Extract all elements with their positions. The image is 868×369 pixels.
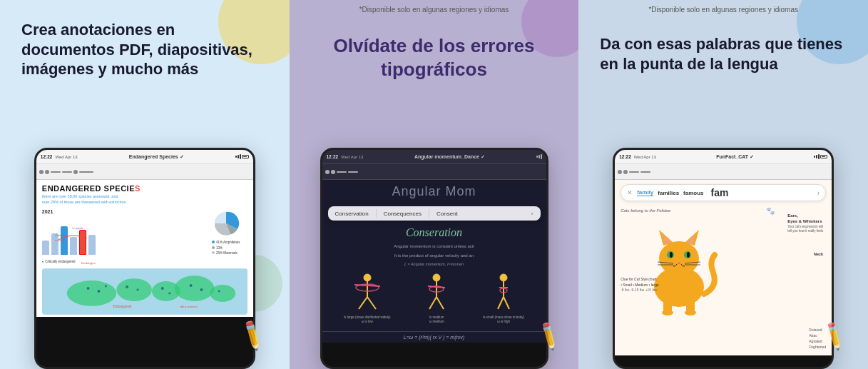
device-3: 12:22 Wed Apr 13 FunFact_CAT ✓ [613, 148, 834, 369]
signal-bar-6 [541, 154, 542, 159]
screen-1-content: ENDANGERED SPECIES there are over 38,00 … [36, 180, 253, 317]
date-3: Wed Apr 13 [634, 155, 656, 159]
autocorrect-word-3[interactable]: Consent [436, 211, 458, 217]
toolbar-1[interactable] [36, 164, 253, 180]
formula-bottom: L=ω = (r²m)( rx V ) = m(rxv) [322, 331, 546, 343]
signal-3 [814, 154, 827, 159]
svg-text:to purple: to purple [72, 226, 83, 230]
svg-line-26 [359, 297, 367, 309]
panel-3-title: Da con esas palabras que tienes en la pu… [600, 34, 847, 74]
dancer-1: Is large (mass distributed widely) ω is … [344, 272, 391, 324]
signal-1 [235, 154, 249, 159]
battery-1 [242, 155, 249, 158]
autocorrect-arrow[interactable]: › [531, 211, 533, 217]
world-map: Endangered data sources [42, 268, 247, 315]
autocorrect-word-2[interactable]: Consequences [384, 211, 422, 217]
toolbar-dot-5 [331, 170, 335, 174]
pie-legend: 41% Amphibians 13% 25% Mammals [212, 240, 240, 256]
svg-text:data sources: data sources [180, 305, 197, 308]
search-word-1[interactable]: family [637, 189, 653, 196]
map-svg: Endangered data sources [42, 268, 247, 315]
chart-legend: ● Critically endangered Endangered [36, 258, 253, 266]
toolbar-line-6 [629, 171, 639, 173]
signal-bar-9 [818, 154, 820, 159]
autocorrect-bar[interactable]: Conservation Consequences Consent › [328, 206, 541, 221]
toolbar-2[interactable] [322, 164, 546, 180]
svg-point-11 [86, 287, 89, 290]
svg-text:Endangered: Endangered [113, 304, 131, 308]
toolbar-line-7 [640, 171, 650, 173]
signal-bar-3 [240, 154, 241, 159]
panel-2-title: Olvídate de los errores tipográficos [311, 34, 558, 81]
svg-point-49 [670, 252, 673, 258]
search-word-3[interactable]: famous [683, 190, 703, 196]
screen-2-content: Angular Mom Conservation Consequences Co… [322, 180, 546, 343]
device-1: 12:22 Wed Apr 13 Endangered Species ✓ [34, 148, 255, 369]
svg-point-59 [685, 310, 696, 315]
device-3-screen: 12:22 Wed Apr 13 FunFact_CAT ✓ [615, 150, 832, 367]
svg-point-42 [659, 241, 699, 276]
svg-point-19 [200, 288, 203, 291]
signal-2 [536, 154, 542, 159]
toolbar-3[interactable] [615, 164, 832, 180]
app-bar-3: 12:22 Wed Apr 13 FunFact_CAT ✓ [615, 150, 832, 164]
svg-text:Endangered: Endangered [81, 261, 96, 265]
doc-title-1: Endangered Species ✓ [81, 154, 233, 160]
device-2-container: 12:22 Wed Apr 13 Angular momentum_Dance … [320, 148, 548, 369]
device-1-screen: 12:22 Wed Apr 13 Endangered Species ✓ [36, 150, 253, 367]
legend-critical: ● Critically endangered [42, 259, 76, 265]
availability-3: *Disponible solo en algunas regiones y i… [648, 6, 798, 14]
toolbar-dot-6 [618, 170, 622, 174]
svg-line-38 [498, 297, 504, 309]
toolbar-dot-4 [325, 170, 330, 174]
time-1: 12:22 [41, 154, 53, 159]
handwritten-purple: to purple [72, 222, 108, 235]
search-close[interactable]: ✕ [627, 189, 633, 196]
signal-bar-7 [814, 156, 815, 158]
svg-point-17 [168, 292, 170, 294]
svg-point-18 [189, 284, 192, 287]
svg-text:to blue: to blue [55, 238, 66, 242]
time-2: 12:22 [327, 154, 339, 159]
date-2: Wed Apr 13 [341, 155, 363, 159]
dance-figures: Is large (mass distributed widely) ω is … [322, 268, 546, 328]
legend-endangered: Endangered [81, 259, 96, 265]
device-1-container: 12:22 Wed Apr 13 Endangered Species ✓ [34, 148, 255, 369]
dark-title: Angular Mom [322, 180, 546, 203]
availability-2: *Disponible solo en algunas regiones y i… [359, 6, 509, 14]
svg-point-7 [116, 278, 152, 301]
size-chart: Clue for Cat Size chart: • Small • Mediu… [621, 277, 659, 292]
signal-bar-8 [816, 155, 817, 158]
svg-point-12 [97, 290, 100, 293]
svg-point-15 [136, 288, 138, 290]
svg-line-39 [504, 297, 509, 309]
signal-bar-1 [235, 156, 237, 158]
search-word-2[interactable]: families [658, 190, 679, 196]
toolbar-line-2 [62, 171, 72, 173]
svg-point-13 [105, 285, 107, 287]
signal-bar-2 [238, 155, 239, 158]
svg-line-33 [436, 297, 444, 309]
search-arrow[interactable]: › [817, 189, 820, 197]
search-typed: fam [711, 187, 729, 198]
divider-2 [429, 209, 429, 218]
svg-text:change: change [55, 233, 66, 237]
panel-1-title: Crea anotaciones en documentos PDF, diap… [21, 20, 268, 79]
svg-point-50 [687, 252, 690, 258]
toolbar-line-5 [348, 171, 358, 173]
neck-label: Neck [814, 252, 823, 256]
toolbar-line-1 [51, 171, 61, 173]
battery-3 [820, 155, 827, 158]
cat-note: Cats belong to the Felidae [621, 208, 670, 213]
signal-bar-4 [536, 156, 538, 158]
autocorrect-word-1[interactable]: Conservation [335, 211, 369, 217]
endangered-subtitle: there are over 38,00 species assessed, a… [42, 194, 247, 205]
panel-1: Crea anotaciones en documentos PDF, diap… [0, 0, 290, 369]
date-1: Wed Apr 13 [55, 155, 77, 159]
search-bar[interactable]: ✕ family families famous fam › [621, 184, 826, 201]
svg-line-27 [367, 297, 376, 309]
signal-bar-5 [538, 155, 540, 158]
device-2-screen: 12:22 Wed Apr 13 Angular momentum_Dance … [322, 150, 546, 367]
toolbar-line-3 [79, 171, 93, 173]
pie-chart-area: 41% Amphibians 13% 25% Mammals [205, 209, 247, 256]
